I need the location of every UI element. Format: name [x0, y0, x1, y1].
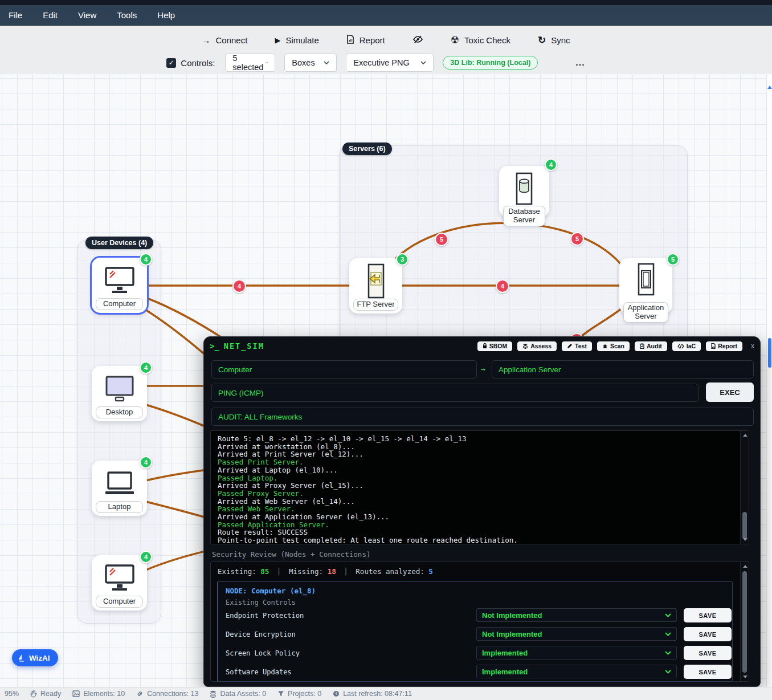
test-button[interactable]: Test [562, 341, 592, 351]
command-value: PING (ICMP) [218, 389, 264, 397]
desktop-icon [104, 375, 136, 405]
node-count-badge: 5 [667, 253, 679, 266]
eye-slash-icon [412, 35, 423, 45]
connection-edge[interactable] [387, 223, 624, 268]
control-status-select[interactable]: Implemented [476, 646, 677, 660]
chevron-down-icon [665, 613, 671, 617]
node-computer-1[interactable]: Computer [92, 258, 147, 313]
status-label: Elements: 10 [83, 690, 125, 698]
scroll-up-arrow[interactable] [767, 86, 772, 89]
status-bar: 95% Ready Elements: 10 Connections: 13 D… [0, 687, 772, 700]
exec-button[interactable]: EXEC [706, 382, 754, 402]
source-node-select[interactable]: Computer [211, 360, 477, 379]
close-icon[interactable]: x [751, 342, 754, 350]
report-export-button[interactable]: Report [706, 341, 742, 351]
report-doc-icon [346, 35, 354, 45]
route-arrow-icon: → [481, 365, 485, 373]
assess-button[interactable]: Assess [517, 341, 557, 351]
node-count-badge: 4 [545, 158, 557, 171]
node-count-badge: 4 [140, 456, 152, 469]
report-button[interactable]: Report [346, 35, 385, 45]
scroll-down-arrow[interactable] [743, 538, 748, 541]
existing-count: 85 [260, 567, 269, 576]
command-select[interactable]: PING (ICMP) [211, 384, 699, 402]
menu-file[interactable]: File [9, 10, 22, 20]
chevron-down-icon [265, 61, 268, 64]
save-button[interactable]: SAVE [684, 627, 732, 641]
status-elements: Elements: 10 [72, 690, 125, 698]
export-format-dropdown[interactable]: Executive PNG [346, 54, 434, 72]
node-database-server[interactable]: Database Server [499, 166, 549, 217]
sbom-button[interactable]: SBOM [477, 341, 513, 351]
node-label: Desktop [96, 406, 143, 418]
iac-button[interactable]: IaC [672, 341, 701, 351]
radiation-icon: ☢ [451, 35, 459, 45]
node-label: Application Server [623, 302, 668, 323]
separator: | [340, 567, 352, 576]
audit-clipboard-icon [640, 343, 644, 349]
console-line: Route 5: el_8 -> el_12 -> el_10 -> el_15… [218, 435, 734, 443]
computer-icon [103, 564, 136, 595]
node-application-server[interactable]: Application Server [619, 258, 672, 314]
control-status-select[interactable]: Not Implemented [476, 627, 677, 641]
console-line: Arrived at Proxy Server (el_15)... [218, 482, 734, 490]
scroll-thumb[interactable] [742, 512, 747, 539]
node-desktop[interactable]: Desktop [92, 366, 147, 421]
status-data-assets: Data Assets: 0 [210, 690, 266, 698]
page-scrollbar[interactable] [766, 74, 772, 687]
more-options-button[interactable]: ... [575, 58, 585, 68]
export-format-value: Executive PNG [353, 58, 409, 67]
menu-view[interactable]: View [78, 10, 96, 20]
node-label: Database Server [503, 206, 545, 226]
security-review-panel[interactable]: Existing: 85 | Missing: 18 | Routes anal… [210, 561, 749, 682]
node-computer-2[interactable]: Computer [92, 555, 147, 611]
scroll-thumb[interactable] [768, 338, 771, 368]
grouping-dropdown[interactable]: Boxes [284, 54, 337, 72]
connect-button[interactable]: → Connect [202, 35, 248, 45]
save-button[interactable]: SAVE [684, 608, 732, 622]
console-line: Arrived at Laptop (el_10)... [218, 466, 734, 474]
scroll-down-arrow[interactable] [743, 675, 748, 678]
controls-checkbox[interactable]: ✓ [166, 58, 176, 68]
control-name: Software Updates [226, 668, 292, 676]
selected-controls-dropdown[interactable]: 5 selected [225, 54, 275, 72]
scroll-up-arrow[interactable] [743, 434, 748, 437]
node-label: Computer [96, 596, 143, 608]
scan-button[interactable]: Scan [597, 341, 630, 351]
save-button[interactable]: SAVE [684, 665, 732, 679]
toolbar-controls-row: ✓ Controls: 5 selected Boxes Executive P… [0, 53, 762, 72]
scroll-up-arrow[interactable] [743, 565, 748, 568]
menu-help[interactable]: Help [157, 10, 175, 20]
scroll-thumb[interactable] [742, 571, 747, 673]
save-button[interactable]: SAVE [684, 646, 732, 660]
target-node-select[interactable]: Application Server [492, 360, 754, 379]
review-scrollbar[interactable] [740, 562, 749, 681]
sync-button[interactable]: ↻ Sync [538, 35, 570, 45]
review-summary: Existing: 85 | Missing: 18 | Routes anal… [218, 567, 433, 576]
visibility-toggle-button[interactable] [412, 35, 423, 45]
simulate-button[interactable]: ▶ Simulate [275, 35, 318, 45]
audit-button[interactable]: Audit [635, 341, 667, 351]
terminal-prompt-icon: >_ [210, 341, 219, 351]
console-output[interactable]: Route 5: el_8 -> el_12 -> el_10 -> el_15… [210, 430, 749, 544]
hand-icon [30, 690, 37, 698]
console-line: Passed Proxy Server. [218, 490, 734, 498]
wizai-button[interactable]: WizAI [12, 649, 58, 666]
node-ftp-server[interactable]: FTP Server [349, 258, 402, 314]
wizai-sail-icon [18, 654, 26, 662]
control-status-select[interactable]: Implemented [476, 665, 677, 678]
menu-tools[interactable]: Tools [117, 10, 137, 20]
selected-controls-value: 5 selected [232, 54, 263, 72]
menu-edit[interactable]: Edit [43, 10, 58, 20]
controls-checkbox-group: ✓ Controls: [166, 58, 216, 68]
console-scrollbar[interactable] [740, 431, 749, 544]
control-status-select[interactable]: Not Implemented [476, 608, 677, 622]
application-server-icon [636, 263, 656, 298]
toxic-check-button[interactable]: ☢ Toxic Check [451, 35, 510, 45]
node-label: Laptop [96, 501, 143, 513]
status-label: Projects: 0 [288, 690, 321, 698]
node-laptop[interactable]: Laptop [92, 461, 147, 516]
node-review-card: NODE: Computer (el_8) Existing Controls … [217, 581, 733, 682]
audit-mode-select[interactable]: AUDIT: ALL Frameworks [211, 408, 754, 426]
separator: | [273, 567, 285, 576]
